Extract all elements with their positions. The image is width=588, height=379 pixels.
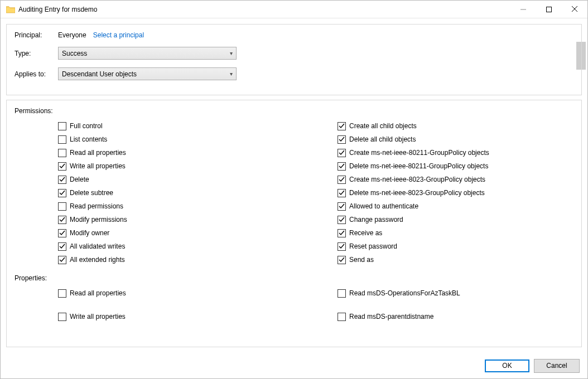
- svg-line-2: [572, 6, 577, 12]
- properties-right-column: Read msDS-OperationsForAzTaskBLRead msDS…: [294, 286, 573, 323]
- checkbox-item[interactable]: Read msDS-OperationsForAzTaskBL: [338, 286, 573, 300]
- checkbox-item[interactable]: Delete all child objects: [338, 133, 573, 146]
- checkbox-label: Write all properties: [70, 313, 126, 320]
- checkbox-label: List contents: [70, 135, 107, 143]
- checkbox-box[interactable]: [338, 189, 346, 197]
- checkbox-item[interactable]: Send as: [338, 253, 573, 266]
- principal-label: Principal:: [15, 31, 58, 39]
- checkbox-label: Read all properties: [70, 149, 126, 157]
- permissions-header: Permissions:: [15, 107, 573, 115]
- checkbox-label: Read msDS-parentdistname: [349, 313, 433, 320]
- checkbox-label: Delete: [70, 176, 89, 183]
- checkbox-item[interactable]: Read all properties: [58, 286, 294, 300]
- checkbox-item[interactable]: Receive as: [338, 226, 573, 240]
- checkbox-label: Read msDS-OperationsForAzTaskBL: [349, 289, 460, 297]
- checkbox-box[interactable]: [338, 122, 346, 130]
- checkbox-item[interactable]: Create ms-net-ieee-8023-GroupPolicy obje…: [338, 173, 573, 186]
- titlebar: Auditing Entry for msdemo: [1, 1, 587, 18]
- checkbox-box[interactable]: [338, 162, 346, 171]
- checkbox-box[interactable]: [338, 256, 346, 264]
- checkbox-label: Modify permissions: [70, 216, 127, 223]
- ok-button[interactable]: OK: [485, 359, 529, 372]
- checkbox-label: Delete all child objects: [349, 135, 416, 143]
- svg-rect-1: [547, 7, 552, 12]
- checkbox-box[interactable]: [338, 313, 346, 321]
- checkbox-item[interactable]: Create all child objects: [338, 119, 573, 133]
- checkbox-item[interactable]: Read permissions: [58, 200, 294, 213]
- checkbox-box[interactable]: [338, 135, 346, 144]
- principal-value: Everyone: [58, 31, 86, 39]
- checkbox-box[interactable]: [58, 289, 66, 298]
- checkbox-item[interactable]: All extended rights: [58, 253, 294, 266]
- checkbox-box[interactable]: [58, 229, 66, 237]
- select-principal-link[interactable]: Select a principal: [93, 31, 144, 39]
- checkbox-item[interactable]: Write all properties: [58, 159, 294, 173]
- checkbox-label: Send as: [349, 256, 374, 264]
- cancel-button[interactable]: Cancel: [534, 359, 580, 373]
- properties-left-column: Read all propertiesWrite all properties: [15, 286, 294, 323]
- close-button[interactable]: [562, 1, 587, 18]
- checkbox-box[interactable]: [338, 216, 346, 224]
- checkbox-item[interactable]: Delete subtree: [58, 186, 294, 200]
- properties-header: Properties:: [15, 274, 573, 282]
- checkbox-box[interactable]: [58, 176, 66, 184]
- type-label: Type:: [15, 50, 58, 57]
- checkbox-box[interactable]: [58, 313, 66, 321]
- checkbox-box[interactable]: [338, 289, 346, 298]
- checkbox-box[interactable]: [58, 135, 66, 144]
- applies-to-label: Applies to:: [15, 70, 58, 78]
- checkbox-item[interactable]: Delete ms-net-ieee-8023-GroupPolicy obje…: [338, 186, 573, 200]
- checkbox-box[interactable]: [58, 256, 66, 264]
- checkbox-box[interactable]: [58, 216, 66, 224]
- checkbox-label: Delete ms-net-ieee-80211-GroupPolicy obj…: [349, 162, 488, 170]
- svg-line-3: [572, 6, 577, 12]
- checkbox-item[interactable]: All validated writes: [58, 240, 294, 253]
- checkbox-label: Change password: [349, 216, 403, 223]
- checkbox-box[interactable]: [338, 149, 346, 157]
- applies-to-select-value: Descendant User objects: [62, 70, 137, 78]
- checkbox-box[interactable]: [338, 242, 346, 251]
- checkbox-box[interactable]: [58, 149, 66, 157]
- checkbox-box[interactable]: [58, 242, 66, 251]
- applies-to-select[interactable]: Descendant User objects ▾: [58, 67, 237, 80]
- checkbox-item[interactable]: Delete ms-net-ieee-80211-GroupPolicy obj…: [338, 159, 573, 173]
- minimize-button[interactable]: [510, 1, 536, 18]
- checkbox-label: Create ms-net-ieee-8023-GroupPolicy obje…: [349, 176, 485, 183]
- checkbox-box[interactable]: [58, 122, 66, 130]
- window: Auditing Entry for msdemo Principal: Eve…: [0, 0, 588, 379]
- checkbox-item[interactable]: Allowed to authenticate: [338, 200, 573, 213]
- checkbox-item[interactable]: List contents: [58, 133, 294, 146]
- checkbox-item[interactable]: Read all properties: [58, 146, 294, 159]
- chevron-down-icon: ▾: [230, 71, 233, 77]
- checkbox-box[interactable]: [338, 176, 346, 184]
- checkbox-label: Delete subtree: [70, 189, 113, 197]
- checkbox-box[interactable]: [58, 162, 66, 171]
- checkbox-item[interactable]: Modify owner: [58, 226, 294, 240]
- checkbox-item[interactable]: Full control: [58, 119, 294, 133]
- header-panel: Principal: Everyone Select a principal T…: [6, 24, 582, 95]
- checkbox-box[interactable]: [58, 202, 66, 211]
- checkbox-box[interactable]: [338, 202, 346, 211]
- checkbox-item[interactable]: Modify permissions: [58, 213, 294, 226]
- checkbox-box[interactable]: [338, 229, 346, 237]
- checkbox-label: Write all properties: [70, 162, 126, 170]
- chevron-down-icon: ▾: [230, 50, 233, 56]
- checkbox-item[interactable]: Write all properties: [58, 310, 294, 323]
- checkbox-label: Read all properties: [70, 289, 126, 297]
- checkbox-item[interactable]: Create ms-net-ieee-80211-GroupPolicy obj…: [338, 146, 573, 159]
- checkbox-item[interactable]: Change password: [338, 213, 573, 226]
- checkbox-label: All validated writes: [70, 242, 125, 250]
- window-title: Auditing Entry for msdemo: [18, 6, 510, 13]
- client-area: Principal: Everyone Select a principal T…: [1, 18, 587, 378]
- type-select[interactable]: Success ▾: [58, 47, 237, 60]
- checkbox-box[interactable]: [58, 189, 66, 197]
- checkbox-label: Reset password: [349, 242, 397, 250]
- caption-buttons: [510, 1, 587, 18]
- checkbox-item[interactable]: Reset password: [338, 240, 573, 253]
- checkbox-item[interactable]: Delete: [58, 173, 294, 186]
- checkbox-label: Receive as: [349, 229, 382, 237]
- maximize-button[interactable]: [536, 1, 562, 18]
- checkbox-label: Delete ms-net-ieee-8023-GroupPolicy obje…: [349, 189, 485, 197]
- checkbox-label: Create ms-net-ieee-80211-GroupPolicy obj…: [349, 149, 489, 157]
- checkbox-item[interactable]: Read msDS-parentdistname: [338, 310, 573, 323]
